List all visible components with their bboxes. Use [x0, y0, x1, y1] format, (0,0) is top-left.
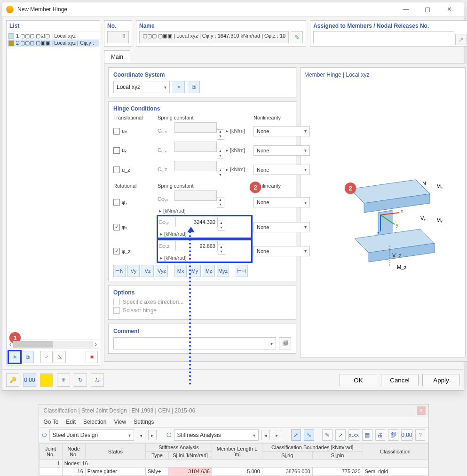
preset-vy[interactable]: Vy — [127, 265, 140, 277]
tool-4[interactable]: ▤ — [362, 429, 372, 441]
col-pin[interactable]: Sj,pin — [312, 452, 363, 460]
nonlinearity-combo[interactable]: None▾ — [253, 126, 310, 136]
checkbox[interactable] — [113, 224, 120, 230]
function-button[interactable]: fₓ — [91, 373, 104, 387]
nav-prev[interactable]: ◂ — [261, 430, 270, 440]
checkbox[interactable] — [113, 248, 120, 254]
preset-myz[interactable]: Myz — [217, 265, 229, 277]
tree-button[interactable]: ✳ — [57, 373, 70, 387]
comment-library-button[interactable]: 🗐 — [279, 337, 291, 349]
menu-settings[interactable]: Settings — [134, 419, 154, 425]
nonlinearity-combo[interactable]: None▾ — [253, 246, 310, 256]
checkbox[interactable] — [113, 167, 120, 173]
dof-uz[interactable]: u_z — [113, 167, 156, 173]
module-combo[interactable]: Steel Joint Design▾ — [49, 429, 134, 441]
close-button[interactable]: ✕ — [438, 2, 460, 16]
ok-button[interactable]: OK — [340, 374, 377, 386]
comment-combo[interactable]: ▾ — [113, 337, 276, 349]
col-joint[interactable]: Joint No. — [39, 444, 62, 460]
minimize-button[interactable]: — — [395, 2, 417, 16]
list-item[interactable]: 1 ▢▢▢ ▢☑▢ | Local xyz — [8, 32, 99, 40]
triangle-icon[interactable]: ▸ — [158, 231, 164, 237]
horizontal-scrollbar[interactable]: ‹ › — [7, 340, 100, 349]
coord-combo[interactable]: Local xyz ▾ — [113, 81, 170, 93]
filter-b-button[interactable]: ⤡ — [304, 429, 314, 441]
col-node[interactable]: Node No. — [62, 444, 85, 460]
nav-prev[interactable]: ◂ — [137, 430, 145, 440]
edit-name-button[interactable]: ✎ — [291, 31, 303, 43]
nonlinearity-combo[interactable]: None▾ — [253, 197, 310, 207]
copy-button[interactable]: ⧉ — [22, 351, 34, 363]
color-button[interactable] — [40, 373, 53, 387]
nav-next[interactable]: ▸ — [273, 430, 281, 440]
col-sj[interactable]: Sj,ini [kNm/rad] — [169, 452, 212, 460]
tool-5[interactable]: 🖨 — [375, 429, 386, 441]
spinner[interactable]: ▲▼ — [218, 221, 225, 231]
col-class[interactable]: Classification — [363, 444, 428, 460]
menu-goto[interactable]: Go To — [44, 419, 59, 425]
apply-all-button[interactable]: ⇲ — [54, 351, 66, 363]
results-close-button[interactable]: × — [417, 406, 426, 415]
col-type[interactable]: Type — [145, 452, 168, 460]
nav-next[interactable]: ▸ — [148, 430, 157, 440]
preset-vz[interactable]: Vz — [142, 265, 154, 277]
list-item[interactable]: 2 ▢▢▢ ▢▣▣ | Local xyz | Cφ,y : — [8, 40, 99, 47]
dof-uy[interactable]: uᵧ — [113, 147, 156, 154]
triangle-icon[interactable]: ▸ — [158, 255, 164, 261]
pick-members-button[interactable]: ↗ — [455, 34, 467, 45]
preset-mx[interactable]: Mx — [174, 265, 187, 277]
spring-input[interactable]: 3244.320 — [175, 217, 218, 227]
nonlinearity-combo[interactable]: None▾ — [253, 145, 310, 156]
nonlinearity-combo[interactable]: None▾ — [253, 165, 310, 175]
preset-reset[interactable]: ⊢⊣ — [236, 265, 248, 277]
dof-phiy[interactable]: φᵧ — [113, 224, 156, 230]
name-input[interactable]: ▢▢▢ ▢▣▣ | Local xyz | Cφ,y : 1647.310 kN… — [139, 31, 289, 43]
tab-main[interactable]: Main — [104, 50, 130, 63]
no-input[interactable]: 2 — [107, 31, 129, 43]
tool-help[interactable]: ? — [415, 429, 426, 441]
tool-2[interactable]: ↗ — [335, 429, 346, 441]
result-combo[interactable]: Stiffness Analysis▾ — [174, 429, 259, 441]
coord-new-button[interactable]: ✳ — [173, 81, 185, 93]
col-rig[interactable]: Sj,rig — [262, 452, 312, 460]
preset-n[interactable]: ⊢N — [113, 265, 126, 277]
spring-input[interactable]: 92.863 — [175, 241, 218, 251]
maximize-button[interactable]: ▢ — [417, 2, 438, 16]
help-button[interactable]: 🔑 — [6, 373, 19, 387]
apply-check-button[interactable]: ✓ — [40, 351, 53, 363]
apply-button[interactable]: Apply — [422, 374, 460, 386]
spinner[interactable]: ▲▼ — [218, 245, 225, 255]
delete-button[interactable]: ✖ — [86, 351, 98, 363]
new-hinge-button[interactable]: ✳ — [8, 351, 21, 363]
menu-selection[interactable]: Selection — [83, 419, 106, 425]
checkbox[interactable] — [113, 128, 120, 135]
col-status[interactable]: Status — [85, 444, 145, 460]
list-body[interactable]: 1 ▢▢▢ ▢☑▢ | Local xyz 2 ▢▢▢ ▢▣▣ | Local … — [7, 32, 100, 340]
preset-mz[interactable]: Mz — [203, 265, 215, 277]
col-len[interactable]: Member Length L [m] — [212, 444, 262, 460]
preset-vyz[interactable]: Vyz — [156, 265, 168, 277]
menu-view[interactable]: View — [114, 419, 126, 425]
menu-edit[interactable]: Edit — [66, 419, 76, 425]
nonlinearity-combo[interactable]: None▾ — [253, 222, 310, 232]
table-row[interactable]: 16 Frame girder SMy+ 3104.636 5.000 3876… — [39, 468, 428, 476]
dof-phiz[interactable]: φ_z — [113, 248, 156, 254]
dof-ux[interactable]: uₓ — [113, 128, 156, 135]
units-button[interactable]: 0,00 — [23, 373, 36, 387]
tool-3[interactable]: x.xx — [348, 429, 359, 441]
coord-edit-button[interactable]: ⧉ — [188, 81, 200, 93]
col-stiff[interactable]: Stiffness Analysis — [145, 444, 212, 452]
assigned-input[interactable] — [313, 31, 454, 43]
checkbox[interactable] — [113, 199, 120, 206]
checkbox[interactable] — [113, 307, 120, 314]
tool-1[interactable]: ✎ — [322, 429, 332, 441]
cancel-button[interactable]: Cancel — [381, 374, 419, 386]
tool-units[interactable]: 0,00 — [401, 429, 412, 441]
checkbox[interactable] — [113, 299, 120, 305]
dof-phix[interactable]: φₓ — [113, 199, 156, 206]
filter-a-button[interactable]: ⤢ — [291, 429, 301, 441]
col-bounds[interactable]: Classification Boundaries [kNm/rad] — [262, 444, 363, 452]
tool-6[interactable]: 🗐 — [388, 429, 398, 441]
checkbox[interactable] — [113, 147, 120, 154]
refresh-button[interactable]: ↻ — [74, 373, 87, 387]
